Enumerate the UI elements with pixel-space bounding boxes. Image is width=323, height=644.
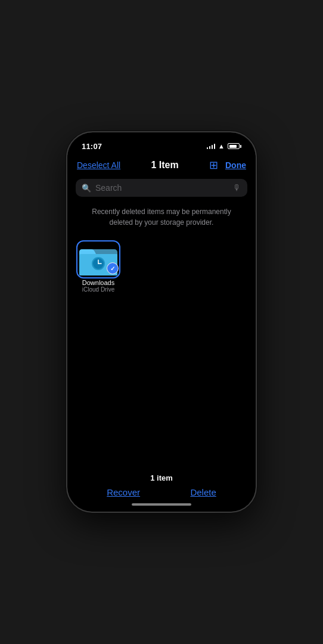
- content-area: ✓ Downloads iCloud Drive: [67, 236, 256, 469]
- search-bar[interactable]: 🔍 Search 🎙: [76, 179, 247, 197]
- warning-text: Recently deleted items may be permanentl…: [67, 202, 256, 236]
- folder-item[interactable]: ✓ Downloads iCloud Drive: [77, 242, 120, 293]
- nav-right-controls: ⊞ Done: [209, 159, 246, 172]
- deselect-all-button[interactable]: Deselect All: [77, 160, 120, 170]
- status-bar: 11:07 ▲: [67, 132, 256, 155]
- battery-tip: [240, 145, 241, 148]
- battery-icon: [228, 143, 241, 149]
- notch: [126, 132, 197, 148]
- search-icon: 🔍: [82, 184, 91, 193]
- signal-icon: [207, 143, 216, 149]
- phone-frame: 11:07 ▲ Deselect All 1 I: [66, 131, 257, 513]
- signal-bar-3: [212, 145, 213, 149]
- microphone-icon[interactable]: 🎙: [233, 183, 241, 193]
- grid-view-icon[interactable]: ⊞: [209, 159, 218, 172]
- home-bar: [132, 503, 191, 506]
- bottom-actions: Recover Delete: [77, 487, 246, 497]
- search-input[interactable]: Search: [95, 183, 229, 193]
- screen: 11:07 ▲ Deselect All 1 I: [67, 132, 256, 512]
- bottom-bar: 1 item Recover Delete: [67, 469, 256, 500]
- status-time: 11:07: [82, 142, 102, 151]
- nav-title: 1 Item: [151, 160, 178, 171]
- done-button[interactable]: Done: [225, 160, 246, 170]
- home-indicator: [67, 500, 256, 512]
- folder-name: Downloads: [82, 279, 114, 286]
- folder-selected-badge: ✓: [107, 262, 119, 274]
- signal-bar-4: [214, 144, 216, 149]
- item-count: 1 item: [150, 473, 173, 482]
- checkmark-icon: ✓: [107, 263, 118, 274]
- signal-bar-1: [207, 147, 209, 149]
- battery-body: [228, 143, 240, 149]
- status-icons: ▲: [207, 143, 241, 150]
- wifi-icon: ▲: [218, 143, 225, 150]
- battery-fill: [229, 145, 237, 148]
- delete-button[interactable]: Delete: [190, 487, 216, 497]
- recover-button[interactable]: Recover: [107, 487, 140, 497]
- signal-bar-2: [209, 146, 211, 149]
- folder-icon-container: ✓: [78, 242, 119, 277]
- nav-bar: Deselect All 1 Item ⊞ Done: [67, 155, 256, 177]
- folder-subtitle: iCloud Drive: [82, 286, 114, 293]
